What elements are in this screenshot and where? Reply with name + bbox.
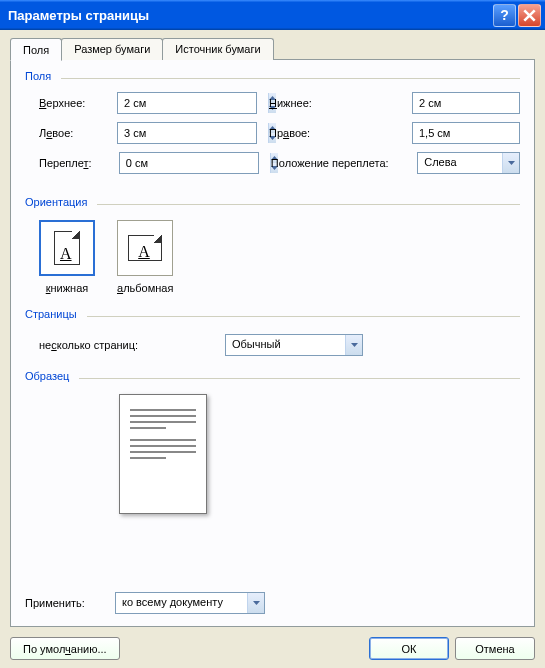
orientation-section: Ориентация A книжная A альбомная: [25, 196, 520, 302]
right-margin-label: Правое:: [257, 127, 412, 139]
orientation-portrait[interactable]: A книжная: [39, 220, 95, 294]
right-margin-input[interactable]: [412, 122, 520, 144]
apply-to-value: ко всему документу: [116, 593, 247, 613]
preview-section: Образец: [25, 370, 520, 568]
top-margin-input[interactable]: [117, 92, 257, 114]
landscape-icon: A: [117, 220, 173, 276]
landscape-label: альбомная: [117, 282, 173, 294]
window-body: Поля Размер бумаги Источник бумаги Поля …: [0, 30, 545, 668]
gutter-pos-value: Слева: [418, 153, 502, 173]
footer: По умолчанию... ОК Отмена: [10, 627, 535, 660]
titlebar-buttons: ?: [493, 4, 541, 27]
top-margin-label: Верхнее:: [39, 97, 117, 109]
chevron-down-icon[interactable]: [345, 335, 362, 355]
left-margin-label: Левое:: [39, 127, 117, 139]
orientation-landscape[interactable]: A альбомная: [117, 220, 173, 294]
tab-paper-source[interactable]: Источник бумаги: [162, 38, 273, 60]
apply-row: Применить: ко всему документу: [25, 574, 520, 614]
bottom-margin-field[interactable]: [413, 93, 545, 113]
gutter-pos-label: Положение переплета:: [259, 157, 417, 169]
chevron-down-icon[interactable]: [502, 153, 519, 173]
preview-group-label: Образец: [25, 370, 69, 382]
ok-button[interactable]: ОК: [369, 637, 449, 660]
tab-paper-size[interactable]: Размер бумаги: [61, 38, 163, 60]
gutter-pos-select[interactable]: Слева: [417, 152, 520, 174]
divider: [97, 204, 520, 205]
multi-pages-value: Обычный: [226, 335, 345, 355]
close-button[interactable]: [518, 4, 541, 27]
apply-to-label: Применить:: [25, 597, 105, 609]
cancel-button[interactable]: Отмена: [455, 637, 535, 660]
page-preview-icon: [119, 394, 207, 514]
right-margin-field[interactable]: [413, 123, 545, 143]
tab-margins[interactable]: Поля: [10, 38, 62, 61]
pages-group-label: Страницы: [25, 308, 77, 320]
gutter-field[interactable]: [120, 153, 270, 173]
top-margin-field[interactable]: [118, 93, 268, 113]
margins-group-label: Поля: [25, 70, 51, 82]
bottom-margin-input[interactable]: [412, 92, 520, 114]
orientation-group-label: Ориентация: [25, 196, 87, 208]
gutter-input[interactable]: [119, 152, 259, 174]
bottom-margin-label: Нижнее:: [257, 97, 412, 109]
divider: [87, 316, 520, 317]
title: Параметры страницы: [8, 8, 493, 23]
multi-pages-label: несколько страниц:: [39, 339, 215, 351]
divider: [79, 378, 520, 379]
tab-panel: Поля Верхнее: Нижнее: Ле: [10, 59, 535, 627]
help-button[interactable]: ?: [493, 4, 516, 27]
divider: [61, 78, 520, 79]
close-icon: [523, 9, 536, 22]
left-margin-field[interactable]: [118, 123, 268, 143]
default-button[interactable]: По умолчанию...: [10, 637, 120, 660]
margins-section: Поля Верхнее: Нижнее: Ле: [25, 70, 520, 190]
left-margin-input[interactable]: [117, 122, 257, 144]
portrait-icon: A: [39, 220, 95, 276]
apply-to-select[interactable]: ко всему документу: [115, 592, 265, 614]
chevron-down-icon[interactable]: [247, 593, 264, 613]
tabstrip: Поля Размер бумаги Источник бумаги: [10, 38, 535, 60]
titlebar: Параметры страницы ?: [0, 0, 545, 30]
gutter-label: Переплет:: [39, 157, 119, 169]
portrait-label: книжная: [46, 282, 89, 294]
pages-section: Страницы несколько страниц: Обычный: [25, 308, 520, 364]
multi-pages-select[interactable]: Обычный: [225, 334, 363, 356]
